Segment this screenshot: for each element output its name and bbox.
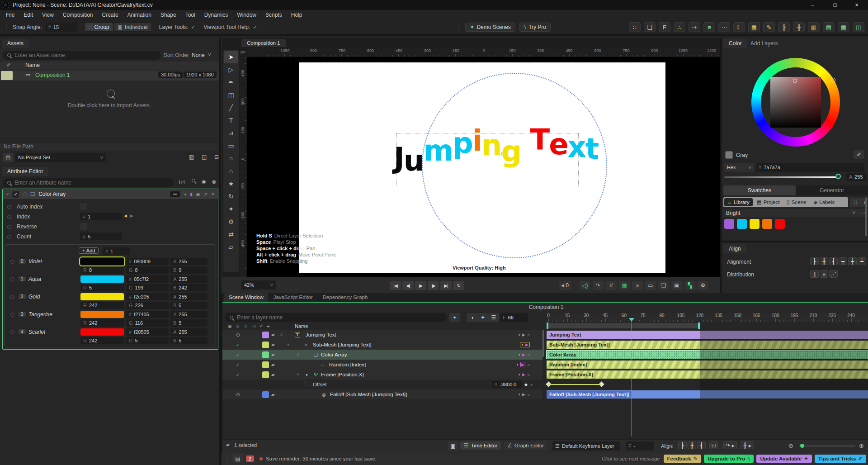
viewport-canvas[interactable]: Jumping Text + Hold SDirect Layer Select…	[247, 57, 720, 277]
color-name[interactable]: Gold	[28, 294, 40, 300]
star-tool-icon[interactable]: ★	[224, 177, 238, 190]
color-name[interactable]: Aqua	[28, 276, 41, 282]
gear-tool-icon[interactable]: ⚙	[224, 215, 238, 228]
kf-box-icon[interactable]: ⊡	[709, 441, 718, 449]
asset-search-input[interactable]: Enter an Asset name	[3, 51, 161, 60]
pixel-grid-icon[interactable]: ▦	[619, 281, 630, 290]
attr-radio[interactable]	[7, 235, 11, 239]
folder-icon[interactable]: ▥	[189, 154, 194, 160]
checker-icon[interactable]: ▚	[684, 281, 695, 290]
layer-name[interactable]: Color Array	[321, 352, 347, 357]
timeline-track[interactable]: Sub-Mesh [Jumping Text]	[547, 340, 868, 350]
hex-field[interactable]: #7a7a7a	[756, 163, 864, 172]
sparkle-tool-icon[interactable]: ✦	[224, 203, 238, 215]
snap-angle-field[interactable]: #15	[46, 23, 77, 32]
eyedropper-button[interactable]: ✐	[854, 150, 864, 159]
in-connection-icon[interactable]: ◖	[518, 372, 520, 377]
alpha-slider-knob[interactable]	[835, 174, 841, 179]
grid-snap-icon[interactable]: #	[606, 281, 617, 290]
distribute-h-icon[interactable]: ∥	[810, 270, 819, 278]
direct-select-tool-icon[interactable]: ▷	[224, 63, 238, 76]
layout-grid-icon[interactable]: ▦	[838, 22, 849, 32]
color-swatch[interactable]	[80, 293, 124, 300]
distribute-icon[interactable]: ≡	[703, 22, 715, 32]
asset-row-composition[interactable]: ▭ Composition 1 30.00fps 1920 x 1080	[0, 71, 219, 81]
hue-ring-marker[interactable]	[831, 78, 835, 82]
chevron-down-icon[interactable]: ˅	[297, 352, 299, 357]
viewport-help-check-icon[interactable]: ✓	[253, 24, 257, 30]
timeline-ruler[interactable]: 0153045607590105120135150165180195210225…	[547, 313, 868, 322]
swatch-filter-icon[interactable]: ▰	[267, 324, 270, 328]
layer-tools-check-icon[interactable]: ✓	[191, 24, 195, 30]
next-keyframe-icon[interactable]: ▸	[531, 382, 533, 387]
index-field[interactable]: #1	[80, 213, 122, 220]
attr-radio[interactable]	[7, 215, 11, 219]
swatch-scarlet[interactable]	[775, 219, 785, 229]
curve-icon[interactable]: ↷	[593, 281, 604, 290]
close-icon[interactable]: ×	[211, 191, 214, 197]
timeline-track[interactable]: Color Array	[547, 350, 868, 360]
layer-row-frame[interactable]: ✓ ▰ ˅ ● Ψ Frame [Position.X] ◖▶○	[222, 370, 542, 380]
duplicate-icon[interactable]: ▣	[671, 281, 682, 290]
tips-tricks-button[interactable]: Tips and Tricks✐	[815, 455, 866, 463]
swatch-violet[interactable]	[724, 219, 734, 229]
timeline-zoom-slider[interactable]	[799, 446, 855, 446]
current-color-swatch[interactable]	[725, 151, 733, 159]
swatch-aqua[interactable]	[737, 219, 747, 229]
color-r-field[interactable]: R242	[80, 302, 124, 309]
keyframe-dot-icon[interactable]: ●	[306, 373, 308, 377]
presentation-icon[interactable]: ◫	[853, 22, 864, 32]
translate-tool-icon[interactable]: ⇄	[224, 228, 238, 241]
color-array-header[interactable]: ˅ ✓ ❏ Color Array ≔ ◖ ▮ ◉ ↗ ×	[3, 189, 218, 199]
distribute-diag-icon[interactable]: ⋰	[829, 270, 838, 278]
export-icon[interactable]: ◱	[202, 154, 207, 160]
menu-item[interactable]: Animation	[123, 11, 156, 19]
motion-path-icon[interactable]: ⇢	[689, 22, 700, 32]
in-connection-icon[interactable]: ◖	[518, 392, 520, 397]
work-area-end-handle[interactable]	[698, 323, 700, 329]
timeline-track[interactable]: Random [Index]	[547, 360, 868, 370]
source-scene[interactable]: ▯Scene	[783, 198, 809, 206]
color-radio[interactable]	[10, 313, 14, 317]
chevron-down-icon[interactable]: ˅	[280, 332, 283, 337]
chevron-down-icon[interactable]: ˅	[287, 342, 289, 347]
check-icon[interactable]: ✓	[236, 352, 240, 357]
layer-row-falloff[interactable]: ⊙ ▰ ◎ Falloff [Sub-Mesh [Jumping Text]] …	[222, 389, 542, 399]
angle-tool-icon[interactable]: ⊿	[224, 127, 238, 139]
swatch-tangerine[interactable]	[762, 219, 772, 229]
enabled-checkbox[interactable]: ✓	[12, 191, 19, 198]
color-b-field[interactable]: B5	[170, 319, 208, 327]
tab-attribute-editor[interactable]: Attribute Editor	[2, 167, 48, 176]
rectangle-tool-icon[interactable]: ▭	[224, 139, 238, 152]
zoom-in-icon[interactable]: ⊕	[859, 442, 864, 449]
color-r-field[interactable]: R5	[80, 284, 124, 291]
kf-align-center-icon[interactable]: ╂	[688, 441, 696, 449]
layer-name[interactable]: Falloff [Sub-Mesh [Jumping Text]]	[330, 392, 407, 397]
saturation-value-square[interactable]	[770, 77, 821, 128]
menu-item[interactable]: Create	[98, 11, 123, 19]
kf-align-right-icon[interactable]: ┨	[697, 441, 706, 449]
layer-name[interactable]: Frame [Position.X]	[321, 372, 364, 377]
feedback-button[interactable]: Feedback✎	[664, 455, 702, 463]
popout-icon[interactable]: ↗	[204, 192, 208, 197]
color-name[interactable]: Tangerine	[28, 311, 52, 318]
out-connection-icon[interactable]: ▶	[525, 342, 528, 347]
color-alpha-field[interactable]: A255	[170, 293, 208, 300]
color-g-field[interactable]: G116	[126, 319, 169, 327]
color-alpha-field[interactable]: A255	[170, 328, 208, 336]
frame-offset-badge[interactable]: ◀ 0	[559, 281, 571, 290]
align-top-icon[interactable]: ┯	[839, 257, 847, 265]
auto-index-checkbox[interactable]	[80, 203, 87, 210]
tab-color[interactable]: Color	[723, 39, 747, 48]
align-edge-icon[interactable]: ╟	[778, 22, 790, 32]
color-b-field[interactable]: B9	[170, 266, 208, 274]
layer-name[interactable]: Random [Index]	[329, 362, 366, 367]
select-tool-icon[interactable]: ➤	[224, 51, 238, 63]
layer-color-swatch[interactable]	[262, 361, 269, 368]
menu-item[interactable]: View	[38, 11, 58, 19]
more-dots-icon[interactable]: ⋯	[718, 22, 730, 32]
state-circle-icon[interactable]: ○	[527, 362, 530, 367]
work-area-start-handle[interactable]	[547, 323, 548, 329]
output-connection-icon[interactable]: ▮	[190, 192, 193, 197]
sort-order-select[interactable]: None	[192, 52, 205, 58]
